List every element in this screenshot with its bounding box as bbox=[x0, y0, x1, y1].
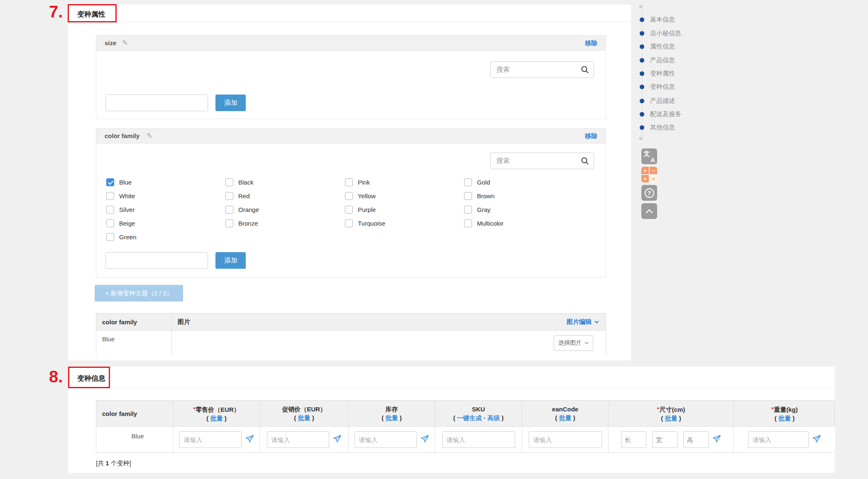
color-option-purple[interactable]: Purple bbox=[345, 206, 464, 214]
size-add-button[interactable]: 添加 bbox=[215, 95, 246, 111]
color-option-black[interactable]: Black bbox=[225, 178, 345, 186]
annotation-number-8: 8. bbox=[49, 367, 63, 386]
color-option-red[interactable]: Red bbox=[225, 192, 345, 200]
edit-pencil-icon[interactable]: ✎ bbox=[122, 39, 128, 47]
select-image-button[interactable]: 选择图片 bbox=[554, 335, 593, 351]
checkbox[interactable] bbox=[225, 178, 233, 186]
apply-to-all-icon[interactable] bbox=[812, 435, 821, 445]
batch-link[interactable]: 批量 bbox=[210, 415, 223, 422]
checkbox[interactable] bbox=[225, 219, 233, 227]
search-icon[interactable] bbox=[581, 66, 589, 75]
batch-link[interactable]: 批量 bbox=[386, 414, 398, 421]
batch-link[interactable]: 批量 bbox=[298, 414, 311, 421]
sidebar-item-dianxiaomi-info[interactable]: 店小秘信息 bbox=[640, 29, 681, 38]
color-add-button[interactable]: 添加 bbox=[215, 252, 246, 269]
color-remove-link[interactable]: 移除 bbox=[585, 132, 597, 140]
length-input[interactable] bbox=[621, 431, 646, 448]
sidebar-item-product-info[interactable]: 产品信息 bbox=[640, 56, 675, 65]
sku-generate-link[interactable]: 一键生成 bbox=[457, 414, 482, 421]
color-option-silver[interactable]: Silver bbox=[106, 206, 225, 214]
size-remove-link[interactable]: 移除 bbox=[585, 39, 597, 47]
header-stock: 库存 ( 批量 ) bbox=[349, 401, 435, 426]
color-option-bronze[interactable]: Bronze bbox=[225, 219, 345, 227]
sku-advanced-link[interactable]: 高级 bbox=[487, 414, 500, 421]
search-icon[interactable] bbox=[581, 157, 589, 167]
apply-to-all-icon[interactable] bbox=[421, 435, 429, 445]
batch-link[interactable]: 批量 bbox=[559, 414, 572, 421]
apply-to-all-icon[interactable] bbox=[245, 435, 254, 445]
checkbox[interactable] bbox=[106, 233, 114, 241]
sku-cell bbox=[435, 427, 522, 452]
apply-to-all-icon[interactable] bbox=[333, 435, 342, 445]
color-option-pink[interactable]: Pink bbox=[345, 178, 464, 186]
color-option-turquoise[interactable]: Turquoise bbox=[345, 219, 464, 227]
calculator-icon[interactable]: + − × = bbox=[641, 167, 657, 182]
checkbox[interactable] bbox=[106, 178, 114, 186]
checkbox[interactable] bbox=[225, 206, 233, 214]
color-option-blue[interactable]: Blue bbox=[106, 178, 225, 186]
checkbox[interactable] bbox=[225, 192, 233, 200]
checkbox[interactable] bbox=[464, 219, 472, 227]
section-title-variant-attributes: 变种属性 bbox=[77, 10, 105, 19]
batch-link[interactable]: 批量 bbox=[665, 415, 677, 422]
eancode-input[interactable] bbox=[529, 431, 602, 448]
checkbox[interactable] bbox=[345, 219, 353, 227]
weight-input[interactable] bbox=[748, 431, 809, 448]
sidebar-item-attribute-info[interactable]: 属性信息 bbox=[640, 42, 675, 51]
sidebar-item-shipping-service[interactable]: 配送及服务 bbox=[640, 109, 681, 119]
checkbox[interactable] bbox=[106, 219, 114, 227]
checkbox[interactable] bbox=[464, 206, 472, 214]
stock-input[interactable] bbox=[355, 431, 417, 448]
weight-cell bbox=[734, 427, 835, 452]
color-option-gray[interactable]: Gray bbox=[464, 206, 596, 214]
back-to-top-icon[interactable] bbox=[641, 203, 657, 219]
sku-input[interactable] bbox=[442, 431, 515, 448]
retail-price-input[interactable] bbox=[179, 431, 242, 448]
size-search-input[interactable] bbox=[490, 61, 594, 78]
apply-to-all-icon[interactable] bbox=[712, 435, 721, 445]
color-option-green[interactable]: Green bbox=[106, 233, 225, 241]
size-new-value-input[interactable] bbox=[105, 95, 208, 111]
checkbox[interactable] bbox=[345, 178, 353, 186]
section-title-variant-info: 变种信息 bbox=[77, 374, 105, 383]
promo-price-input[interactable] bbox=[267, 431, 329, 448]
color-option-multicolor[interactable]: Multicolor bbox=[464, 219, 596, 227]
checkbox[interactable] bbox=[464, 192, 472, 200]
width-input[interactable] bbox=[652, 431, 677, 448]
checkbox[interactable] bbox=[345, 192, 353, 200]
checkbox[interactable] bbox=[345, 206, 353, 214]
image-edit-dropdown[interactable]: 图片编辑 bbox=[567, 318, 599, 326]
image-row-color-value: Blue bbox=[102, 336, 115, 343]
batch-link[interactable]: 批量 bbox=[778, 415, 791, 422]
color-option-gold[interactable]: Gold bbox=[464, 178, 596, 186]
checkbox[interactable] bbox=[106, 206, 114, 214]
nav-dot bbox=[640, 112, 644, 117]
edit-pencil-icon[interactable]: ✎ bbox=[147, 131, 152, 140]
image-table-col2-header: 图片 bbox=[178, 318, 190, 326]
variant-row-color-value: Blue bbox=[131, 433, 144, 440]
color-new-value-input[interactable] bbox=[105, 252, 208, 269]
color-option-orange[interactable]: Orange bbox=[225, 206, 345, 214]
nav-dot bbox=[640, 58, 644, 63]
color-option-white[interactable]: White bbox=[106, 192, 225, 200]
color-option-beige[interactable]: Beige bbox=[106, 219, 225, 227]
size-attribute-panel: size ✎ 移除 添加 bbox=[96, 35, 606, 119]
add-variant-theme-button[interactable]: + 新增变种主题（2 / 2） bbox=[95, 285, 183, 302]
sidebar-item-variant-info[interactable]: 变种信息 bbox=[640, 82, 675, 91]
color-option-yellow[interactable]: Yellow bbox=[345, 192, 464, 200]
color-option-brown[interactable]: Brown bbox=[464, 192, 596, 200]
sidebar-item-other-info[interactable]: 其他信息 bbox=[640, 123, 675, 132]
checkbox[interactable] bbox=[464, 178, 472, 186]
translate-icon[interactable]: 文 A bbox=[641, 148, 657, 164]
variant-table-header: color family *零售价（EUR） ( 批量 ) 促销价（EUR） (… bbox=[96, 401, 834, 427]
color-options-grid: Blue Black Pink Gold White Red Yellow Br… bbox=[106, 175, 596, 244]
checkbox[interactable] bbox=[106, 192, 114, 200]
dimensions-cell bbox=[609, 427, 734, 452]
sidebar-item-variant-attributes[interactable]: 变种属性 bbox=[640, 69, 675, 78]
color-add-row: 添加 bbox=[105, 252, 246, 269]
help-icon[interactable]: ? bbox=[641, 185, 657, 201]
height-input[interactable] bbox=[683, 431, 709, 448]
color-search-input[interactable] bbox=[490, 153, 594, 169]
sidebar-item-basic-info[interactable]: 基本信息 bbox=[640, 15, 675, 24]
sidebar-item-product-description[interactable]: 产品描述 bbox=[640, 96, 675, 105]
